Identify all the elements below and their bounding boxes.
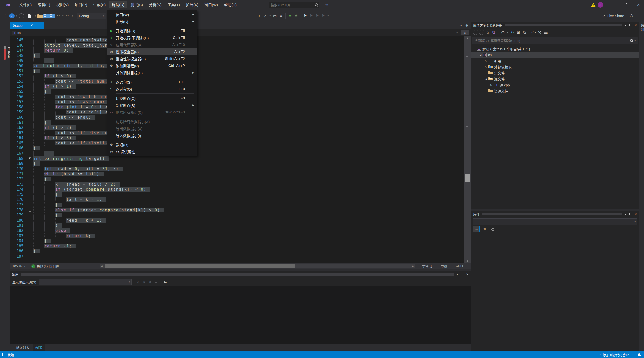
chevron-down-icon[interactable]: ▾ <box>460 24 462 27</box>
scroll-up-icon[interactable]: ▲ <box>464 37 470 40</box>
menu-窗口(W)[interactable]: 窗口(W) <box>202 2 221 8</box>
categorized-icon[interactable]: ≔ <box>473 226 480 232</box>
menu-item-其他调试目标(H)[interactable]: 其他调试目标(H)▶ <box>107 69 197 76</box>
chevron-down-icon[interactable]: ▾ <box>456 32 461 34</box>
pin-icon[interactable] <box>461 273 463 276</box>
background-tasks-icon[interactable] <box>2 353 6 356</box>
undo-caret[interactable]: ▾ <box>62 13 64 19</box>
menu-item-新建断点(B)[interactable]: 新建断点(B)▶ <box>107 102 197 109</box>
toggle-word-wrap-icon[interactable]: ⇋ <box>163 278 168 285</box>
output-title-bar[interactable]: 输出 ▾ ✕ <box>10 271 470 278</box>
menu-编辑(E)[interactable]: 编辑(E) <box>35 2 53 8</box>
properties-object-dropdown[interactable]: ▾ <box>472 218 637 225</box>
outline-collapse-box[interactable] <box>28 172 34 177</box>
menu-工具(T)[interactable]: 工具(T) <box>165 2 183 8</box>
code-editor[interactable]: 145case_nums[switch_num+146output(level,… <box>10 36 470 263</box>
menu-item-图形(C)[interactable]: 图形(C)▶ <box>107 18 197 25</box>
menu-item-选项(O)...[interactable]: ⚙选项(O)... <box>107 141 197 148</box>
redo-icon[interactable]: ↷ <box>65 13 70 19</box>
vertical-scrollbar[interactable]: ▲ ▼ <box>464 36 470 263</box>
search-box[interactable] <box>269 2 319 8</box>
scroll-right-icon[interactable]: ▶ <box>412 264 414 268</box>
menu-调试(D)[interactable]: 调试(D) <box>109 2 128 8</box>
horizontal-scrollbar[interactable]: ◀ ▶ <box>100 264 415 268</box>
find-message-icon[interactable]: ⌕ <box>136 278 141 285</box>
alphabetical-sort-icon[interactable]: ⇅ <box>482 226 488 232</box>
pending-changes-filter-icon[interactable]: ◷ <box>500 29 506 36</box>
menu-item-性能探查器(F)...[interactable]: ▨性能探查器(F)...Alt+F2 <box>107 48 197 55</box>
split-editor-handle[interactable]: ⇕ <box>461 30 468 36</box>
add-to-source-control-button[interactable]: 添加到源代码管理 <box>603 352 629 357</box>
tree-item-解决方案"cs"(1 个项目/共 1 个)[interactable]: ∞解决方案"cs"(1 个项目/共 1 个) <box>471 46 639 52</box>
home-icon[interactable]: ⌂ <box>485 29 490 36</box>
collapsed-arrow-icon[interactable]: ▷ <box>489 84 494 86</box>
solution-search-box[interactable]: ▾ <box>472 37 638 44</box>
menu-item-附加到进程(P)...[interactable]: ⚙附加到进程(P)...Ctrl+Alt+P <box>107 62 197 69</box>
toolbar-overflow-caret[interactable]: ▾ <box>326 13 330 19</box>
uncomment-lines-icon[interactable]: ≟ <box>294 13 299 19</box>
tree-item-头文件[interactable]: 头文件 <box>471 70 639 76</box>
scroll-down-icon[interactable]: ▼ <box>464 260 470 262</box>
save-icon[interactable] <box>44 14 49 18</box>
menu-item-逐过程(O)[interactable]: ↷逐过程(O)F10 <box>107 86 197 92</box>
tree-item-源文件[interactable]: ◢源文件 <box>471 76 639 82</box>
tree-item-外部依赖项[interactable]: ▷外部依赖项 <box>471 64 639 70</box>
output-source-dropdown[interactable]: ▾ <box>39 279 132 285</box>
window-menu-caret-icon[interactable]: ▾ <box>624 24 626 27</box>
outline-collapse-box[interactable] <box>28 84 34 89</box>
undo-icon[interactable]: ↶ <box>56 13 61 19</box>
chevron-down-icon[interactable]: ▾ <box>634 40 636 42</box>
menu-生成(B)[interactable]: 生成(B) <box>90 2 109 8</box>
filter-caret[interactable]: ▾ <box>506 29 509 36</box>
solution-search-input[interactable] <box>474 39 630 43</box>
navigate-back-icon[interactable]: ← <box>9 14 15 18</box>
notifications-tab[interactable]: 通知 <box>640 24 644 32</box>
menu-帮助(H)[interactable]: 帮助(H) <box>221 2 240 8</box>
show-all-files-icon[interactable]: <> <box>531 29 536 36</box>
collaborators-icon[interactable]: ⚇ <box>628 13 634 19</box>
previous-message-icon[interactable]: ⇞ <box>142 278 147 285</box>
new-file-icon[interactable] <box>28 14 34 18</box>
home-window-icon[interactable]: ⌂ <box>263 13 268 19</box>
pin-icon[interactable] <box>629 212 631 216</box>
gear-icon[interactable]: ⚙ <box>465 24 468 28</box>
navigate-back-caret[interactable]: ▾ <box>15 13 18 19</box>
close-icon[interactable]: ✕ <box>466 272 468 276</box>
menu-扩展(X)[interactable]: 扩展(X) <box>183 2 202 8</box>
tab-output[interactable]: 输出 <box>33 344 45 350</box>
menu-测试(S)[interactable]: 测试(S) <box>128 2 146 8</box>
menu-item-重启性能探查器(L)[interactable]: ▨重启性能探查器(L)Shift+Alt+F2 <box>107 55 197 62</box>
menu-item-cs 调试属性[interactable]: ⚒cs 调试属性 <box>107 148 197 155</box>
notification-count-badge[interactable]: 8 <box>598 2 603 8</box>
outline-collapse-box[interactable] <box>28 64 34 69</box>
tree-item-cs[interactable]: ◢++cs <box>471 52 639 58</box>
warning-icon[interactable] <box>591 3 596 7</box>
solution-configurations-dropdown[interactable]: Debug ▾ <box>77 13 106 19</box>
property-pages-icon[interactable] <box>490 226 496 232</box>
preview-selected-icon[interactable]: ▬ <box>543 29 548 36</box>
zoom-control[interactable]: 105 % ▾ <box>10 264 28 268</box>
health-check-icon[interactable]: ✓ <box>32 264 35 268</box>
notifications-bell-icon[interactable] <box>638 353 640 356</box>
search-icon[interactable] <box>630 39 633 42</box>
new-file-caret[interactable]: ▾ <box>34 13 37 19</box>
tab-error-list[interactable]: 错误列表 <box>14 344 32 350</box>
clear-bookmarks-icon[interactable]: ⚑ <box>321 13 326 19</box>
open-folder-icon[interactable] <box>38 15 43 18</box>
close-icon[interactable]: ✕ <box>634 24 637 27</box>
copy-element-icon[interactable]: ⧉ <box>278 13 284 19</box>
explorer-forward-icon[interactable]: → <box>479 30 484 35</box>
close-icon[interactable]: ✕ <box>634 212 637 216</box>
document-tab[interactable]: 源.cpp ✕ <box>10 22 44 29</box>
close-button[interactable]: ✕ <box>632 0 644 10</box>
next-message-icon[interactable]: ⇟ <box>148 278 153 285</box>
caret-up-icon[interactable]: ▲ <box>631 353 633 356</box>
sync-with-active-document-icon[interactable]: ⧉ <box>522 29 527 36</box>
expanded-arrow-icon[interactable]: ◢ <box>478 54 482 56</box>
menu-视图(V)[interactable]: 视图(V) <box>53 2 72 8</box>
menu-item-开始执行(不调试)(H)[interactable]: ▷开始执行(不调试)(H)Ctrl+F5 <box>107 34 197 41</box>
switch-views-icon[interactable]: ⧉ <box>491 29 496 36</box>
comment-lines-icon[interactable]: ≣ <box>288 13 293 19</box>
menu-item-开始调试(S)[interactable]: ▶开始调试(S)F5 <box>107 27 197 34</box>
expanded-arrow-icon[interactable]: ◢ <box>484 78 488 80</box>
